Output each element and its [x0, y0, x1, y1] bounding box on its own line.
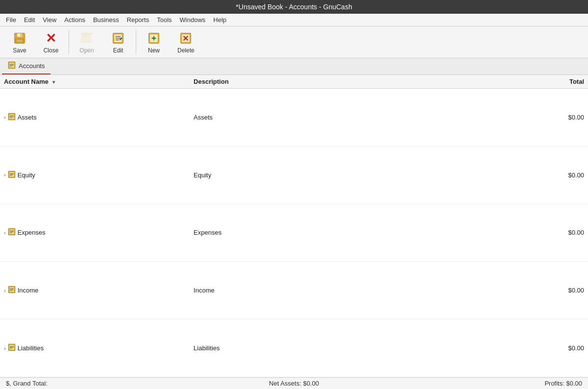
- svg-rect-2: [18, 33, 20, 36]
- account-name: Income: [18, 287, 39, 294]
- new-button[interactable]: New: [138, 28, 170, 56]
- col-description[interactable]: Description: [190, 75, 474, 89]
- account-total-cell: $0.00: [474, 89, 588, 146]
- account-icon: [8, 113, 16, 122]
- close-icon: ✕: [43, 30, 59, 46]
- delete-label: Delete: [177, 47, 195, 54]
- open-icon: [79, 30, 95, 46]
- account-total-cell: $0.00: [474, 204, 588, 262]
- toolbar: Save ✕ Close Open: [0, 26, 588, 58]
- account-icon: [8, 170, 16, 180]
- menu-edit[interactable]: Edit: [20, 15, 39, 25]
- close-label: Close: [44, 47, 59, 54]
- account-name: Equity: [18, 171, 35, 179]
- accounts-table: Account Name ▾ Description Total › Asset…: [0, 75, 588, 377]
- menu-tools[interactable]: Tools: [153, 15, 175, 25]
- title-bar: *Unsaved Book - Accounts - GnuCash: [0, 0, 588, 14]
- open-button[interactable]: Open: [71, 28, 102, 56]
- table-row[interactable]: › Income Income$0.00: [0, 262, 588, 319]
- new-label: New: [148, 47, 160, 54]
- col-account-name[interactable]: Account Name ▾: [0, 75, 190, 89]
- expand-arrow[interactable]: ›: [4, 345, 6, 351]
- account-total-cell: $0.00: [474, 319, 588, 377]
- expand-arrow[interactable]: ›: [4, 172, 6, 178]
- menu-actions[interactable]: Actions: [60, 15, 89, 25]
- delete-icon: [178, 30, 194, 46]
- account-icon: [8, 343, 16, 353]
- account-description-cell: Liabilities: [190, 319, 474, 377]
- save-button[interactable]: Save: [4, 28, 35, 56]
- accounts-tab[interactable]: Accounts: [2, 58, 50, 74]
- save-label: Save: [13, 47, 26, 54]
- menu-reports[interactable]: Reports: [123, 15, 153, 25]
- delete-button[interactable]: Delete: [170, 28, 202, 56]
- account-description-cell: Equity: [190, 146, 474, 204]
- grand-total-label: $, Grand Total:: [6, 380, 198, 387]
- edit-icon: [110, 30, 126, 46]
- save-icon: [12, 30, 27, 46]
- close-button[interactable]: ✕ Close: [35, 28, 67, 56]
- toolbar-separator-2: [136, 30, 136, 54]
- svg-rect-4: [17, 40, 23, 42]
- svg-rect-8: [82, 33, 91, 35]
- menu-bar: File Edit View Actions Business Reports …: [0, 14, 588, 26]
- title-text: *Unsaved Book - Accounts - GnuCash: [236, 3, 352, 11]
- account-total-cell: $0.00: [474, 146, 588, 204]
- menu-business[interactable]: Business: [89, 15, 123, 25]
- account-description-cell: Expenses: [190, 204, 474, 262]
- account-name-cell[interactable]: › Equity: [0, 146, 190, 204]
- account-name-cell[interactable]: › Expenses: [0, 204, 190, 262]
- accounts-tab-label: Accounts: [19, 62, 45, 70]
- account-icon: [8, 286, 16, 295]
- menu-file[interactable]: File: [2, 15, 20, 25]
- account-name-cell[interactable]: › Assets: [0, 89, 190, 146]
- accounts-tab-icon: [8, 61, 16, 71]
- menu-windows[interactable]: Windows: [176, 15, 210, 25]
- table-row[interactable]: › Equity Equity$0.00: [0, 146, 588, 204]
- account-name: Assets: [18, 114, 37, 121]
- account-total-cell: $0.00: [474, 262, 588, 319]
- accounts-body: › Assets Assets$0.00 › Equity Equity$0.0…: [0, 89, 588, 377]
- edit-button[interactable]: Edit: [102, 28, 134, 56]
- main-content: Account Name ▾ Description Total › Asset…: [0, 75, 588, 377]
- toolbar-separator-1: [69, 30, 69, 54]
- net-assets-label: Net Assets: $0.00: [198, 380, 390, 387]
- account-name-cell[interactable]: › Liabilities: [0, 319, 190, 377]
- status-bar: $, Grand Total: Net Assets: $0.00 Profit…: [0, 377, 588, 389]
- expand-arrow[interactable]: ›: [4, 114, 6, 120]
- table-row[interactable]: › Liabilities Liabilities$0.00: [0, 319, 588, 377]
- col-total[interactable]: Total: [474, 75, 588, 89]
- menu-help[interactable]: Help: [209, 15, 230, 25]
- tab-bar: Accounts: [0, 58, 588, 75]
- table-row[interactable]: › Assets Assets$0.00: [0, 89, 588, 146]
- profits-label: Profits: $0.00: [390, 380, 582, 387]
- account-icon: [8, 228, 16, 237]
- table-row[interactable]: › Expenses Expenses$0.00: [0, 204, 588, 262]
- account-description-cell: Income: [190, 262, 474, 319]
- account-description-cell: Assets: [190, 89, 474, 146]
- expand-arrow[interactable]: ›: [4, 230, 6, 236]
- expand-arrow[interactable]: ›: [4, 288, 6, 293]
- menu-view[interactable]: View: [39, 15, 60, 25]
- sort-icon: ▾: [52, 79, 55, 85]
- open-label: Open: [79, 47, 94, 54]
- new-icon: [146, 30, 162, 46]
- account-name: Liabilities: [18, 344, 44, 352]
- edit-label: Edit: [113, 47, 123, 54]
- account-name-cell[interactable]: › Income: [0, 262, 190, 319]
- account-name: Expenses: [18, 229, 46, 236]
- table-header-row: Account Name ▾ Description Total: [0, 75, 588, 89]
